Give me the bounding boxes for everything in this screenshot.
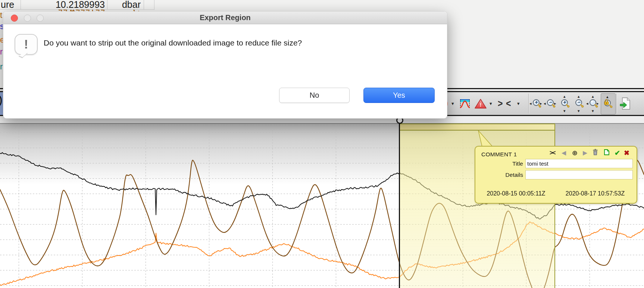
dialog-title: Export Region [3,12,447,24]
toolbar-separator [616,94,617,113]
channel-list-fragment: r [0,47,3,57]
collapse-icon[interactable]: >< [550,150,555,156]
comment-label: COMMENT 1 [481,151,517,158]
export-file-icon[interactable] [619,92,631,115]
table-border [21,0,21,10]
ruskin-app-window: ure 10.2189993 dbar 99.4999199 °C t s ep… [0,0,644,288]
events-peak-icon[interactable] [458,92,472,115]
dialog-titlebar[interactable]: Export Region [3,12,447,24]
no-button[interactable]: No [279,88,350,103]
confirm-icon[interactable]: ✔ [615,150,620,156]
channel-list-fragment: r [0,62,3,72]
title-input[interactable] [525,159,633,168]
table-border [144,0,144,10]
zoom-out-y-button[interactable]: ▴▾− [572,93,587,114]
alert-icon-tail [19,51,28,58]
channel-name-fragment: ure [1,0,14,10]
comment-box: COMMENT 1 >< ◀ ⊕ ▶ ✔ ✖ Title Details [475,146,637,204]
comment-region-band[interactable] [400,123,554,131]
prev-event-icon[interactable]: < [506,92,511,115]
details-label: Details [483,172,523,178]
yes-button[interactable]: Yes [363,88,435,103]
channel-value: 10.2189993 [37,0,105,10]
alert-exclamation: ! [15,37,37,51]
channel-list-fragment: t [0,10,2,20]
zoom-in-y-button[interactable]: ▴▾+ [558,93,572,114]
dialog-message: Do you want to strip out the original do… [44,38,302,47]
zoom-all-button[interactable]: ▴▾ ◂▸ [587,93,601,114]
prev-comment-icon[interactable]: ◀ [562,150,566,156]
details-input[interactable] [525,170,633,179]
next-comment-icon[interactable]: ▶ [583,150,587,156]
toolbar-separator [528,94,529,113]
region-start-line[interactable] [399,122,400,288]
export-region-dialog: Export Region ! Do you want to strip out… [3,11,447,119]
title-label: Title [483,160,523,167]
zoom-in-x-button[interactable]: ◂▸+ [530,93,544,114]
zoom-lock-button[interactable]: ▴ [601,93,616,115]
channel-unit: dbar [107,0,141,10]
delete-comment-icon[interactable] [593,149,598,157]
warning-icon[interactable]: ! [474,92,487,115]
region-end-timestamp: 2020-08-17 10:57:53Z [560,190,630,197]
svg-text:!: ! [480,101,482,108]
sidebar-label-fragment: ) [0,93,3,107]
dropdown-caret[interactable]: ▾ [451,92,454,115]
region-start-timestamp: 2020-08-15 00:05:11Z [481,190,551,197]
table-border [154,0,154,10]
events-dropdown-caret[interactable]: ▾ [517,92,520,115]
zoom-out-x-button[interactable]: ◂▸− [544,93,558,114]
chart-toolbar: ) ▾ ! ▾ > < ▾ [443,92,644,115]
warning-dropdown-caret[interactable]: ▾ [490,92,492,115]
alert-icon: ! [15,34,38,55]
cancel-icon[interactable]: ✖ [624,150,629,156]
duplicate-comment-icon[interactable] [604,149,610,157]
next-event-icon[interactable]: > [498,92,503,115]
locate-icon[interactable]: ⊕ [572,150,578,156]
comment-bubble-tail [476,131,498,147]
table-border [107,0,107,10]
